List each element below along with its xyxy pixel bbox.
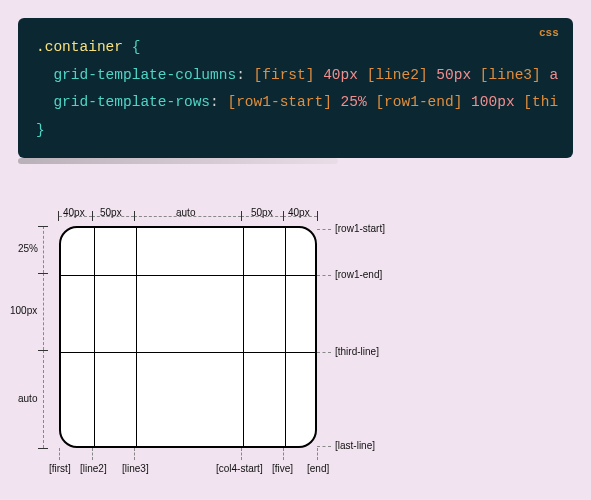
code-language-label: css: [539, 26, 559, 38]
code-line-prop: grid-template-rows: [row1-start] 25% [ro…: [36, 89, 555, 117]
brace-open: {: [132, 39, 141, 55]
brace-close: }: [36, 122, 45, 138]
col-line: [136, 228, 137, 446]
col-line: [285, 228, 286, 446]
col-line-name: [line2]: [80, 463, 107, 474]
row-line-name: [row1-end]: [335, 269, 382, 280]
col-size: 40px: [63, 207, 85, 218]
col-size: 50px: [100, 207, 122, 218]
code-content[interactable]: .container { grid-template-columns: [fir…: [36, 34, 555, 144]
row-line-name: [row1-start]: [335, 223, 385, 234]
col-size: auto: [176, 207, 195, 218]
code-line-selector: .container {: [36, 34, 555, 62]
col-size: 40px: [288, 207, 310, 218]
col-line: [243, 228, 244, 446]
grid-diagram: 40px 50px auto 50px 40px 25% 100px auto …: [18, 195, 448, 485]
row-line-name: [last-line]: [335, 440, 375, 451]
col-line-name: [line3]: [122, 463, 149, 474]
col-line-name: [five]: [272, 463, 293, 474]
scrollbar-shadow: [18, 158, 338, 164]
row-line: [61, 275, 315, 276]
row-line-name: [third-line]: [335, 346, 379, 357]
col-line-name: [first]: [49, 463, 71, 474]
col-size: 50px: [251, 207, 273, 218]
col-line-name: [end]: [307, 463, 329, 474]
code-line-prop: grid-template-columns: [first] 40px [lin…: [36, 62, 555, 90]
col-line-name: [col4-start]: [216, 463, 263, 474]
row-size: 25%: [18, 243, 38, 254]
code-line-close: }: [36, 117, 555, 145]
row-line: [61, 352, 315, 353]
selector: .container: [36, 39, 123, 55]
code-block: css .container { grid-template-columns: …: [18, 18, 573, 158]
row-size: 100px: [10, 305, 37, 316]
grid-container: [59, 226, 317, 448]
col-line: [94, 228, 95, 446]
row-size: auto: [18, 393, 37, 404]
